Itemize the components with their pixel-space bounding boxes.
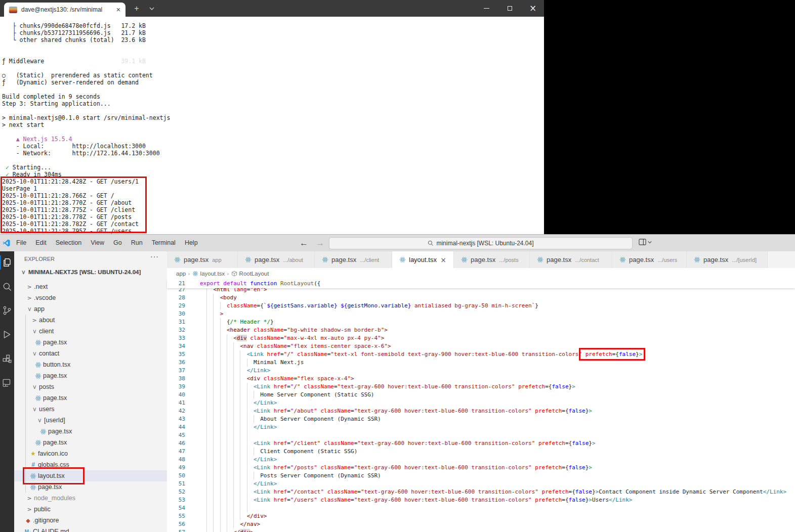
code-line-48[interactable]: 48 </Link>: [167, 456, 795, 464]
command-center-search[interactable]: minimal-nextjs [WSL: Ubuntu-24.04]: [329, 237, 633, 249]
terminal-line: └ other shared chunks (total) 23.6 kB: [2, 36, 170, 43]
explorer-item-page.tsx[interactable]: page.tsx: [14, 392, 167, 404]
menu-selection[interactable]: Selection: [51, 235, 86, 251]
remote-explorer-icon[interactable]: [2, 378, 12, 388]
code-line-53[interactable]: 53 <Link href="/users" className="text-g…: [167, 496, 795, 504]
explorer-item-contact[interactable]: >contact: [14, 348, 167, 359]
code-line-57[interactable]: 57 </div>: [167, 528, 795, 532]
explorer-item-app[interactable]: >app: [14, 303, 167, 315]
explorer-item-CLAUDE.md[interactable]: M↓CLAUDE.md: [14, 526, 167, 532]
explorer-item-.vscode[interactable]: >.vscode: [14, 292, 167, 303]
line-number: 41: [167, 399, 185, 407]
code-line-41[interactable]: 41 </Link>: [167, 399, 795, 407]
code-line-34[interactable]: 34 <nav className="flex items-center spa…: [167, 342, 795, 350]
code-line-35[interactable]: 35 <Link href="/" className="text-xl fon…: [167, 350, 795, 359]
code-line-32[interactable]: 32 <header className="bg-white shadow-sm…: [167, 326, 795, 334]
code-editor[interactable]: 27 <html lang="en">28 <body29 className=…: [167, 288, 795, 532]
source-control-icon[interactable]: [2, 305, 12, 316]
explorer-item-page.tsx[interactable]: page.tsx: [14, 370, 167, 381]
tab-page.tsx-posts[interactable]: page.tsx.../posts: [454, 251, 530, 268]
explorer-item-users[interactable]: >users: [14, 404, 167, 415]
code-line-39[interactable]: 39 <Link href="/" className="text-gray-6…: [167, 383, 795, 391]
explorer-item-page.tsx[interactable]: page.tsx: [14, 337, 167, 348]
code-line-55[interactable]: 55 </div>: [167, 512, 795, 520]
nav-forward-icon[interactable]: →: [316, 238, 324, 248]
code-line-50[interactable]: 50 Posts Server Component (Dynamic SSR): [167, 472, 795, 480]
explorer-item-favicon.ico[interactable]: ★favicon.ico: [14, 448, 167, 459]
menu-help[interactable]: Help: [180, 235, 202, 251]
annotation-terminal-logs: [1, 176, 147, 233]
code-line-33[interactable]: 33 <div className="max-w-4xl mx-auto px-…: [167, 334, 795, 342]
code-line-36[interactable]: 36 Minimal Next.js: [167, 359, 795, 367]
code-line-40[interactable]: 40 Home Server Component (Static SSG): [167, 391, 795, 399]
tab-page.tsx-contact[interactable]: page.tsx.../contact: [530, 251, 612, 268]
menu-file[interactable]: File: [12, 235, 31, 251]
run-debug-icon[interactable]: [2, 330, 12, 340]
terminal-tab-dropdown-icon[interactable]: [146, 0, 158, 17]
tab-page.tsx-app[interactable]: page.tsxapp: [167, 251, 238, 268]
code-line-27[interactable]: 27 <html lang="en">: [167, 288, 795, 294]
tab-page.tsx-client[interactable]: page.tsx.../client: [315, 251, 392, 268]
explorer-item-.next[interactable]: >.next: [14, 281, 167, 292]
code-line-28[interactable]: 28 <body: [167, 294, 795, 302]
explorer-icon[interactable]: [2, 257, 12, 268]
explorer-item-client[interactable]: >client: [14, 326, 167, 337]
code-line-51[interactable]: 51 </Link>: [167, 480, 795, 488]
customize-layout-icon[interactable]: [639, 238, 652, 246]
tab-page.tsx-about[interactable]: page.tsx.../about: [238, 251, 315, 268]
code-line-45[interactable]: 45: [167, 431, 795, 439]
explorer-item-about[interactable]: >about: [14, 315, 167, 326]
code-line-43[interactable]: 43 About Server Component (Dynamic SSR): [167, 415, 795, 423]
nav-back-icon[interactable]: ←: [300, 238, 308, 248]
menu-edit[interactable]: Edit: [31, 235, 51, 251]
explorer-item-page.tsx[interactable]: page.tsx: [14, 426, 167, 437]
explorer-item-.gitignore[interactable]: ◆.gitignore: [14, 515, 167, 526]
code-line-21[interactable]: 21export default function RootLayout({: [167, 279, 795, 288]
breadcrumb-item[interactable]: RootLayout: [239, 271, 269, 277]
menu-terminal[interactable]: Terminal: [147, 235, 180, 251]
code-line-46[interactable]: 46 <Link href="/client" className="text-…: [167, 439, 795, 448]
minimize-button[interactable]: [475, 0, 498, 17]
code-line-42[interactable]: 42 <Link href="/about" className="text-g…: [167, 407, 795, 415]
react-icon: [245, 256, 252, 263]
code-line-30[interactable]: 30 >: [167, 310, 795, 318]
code-line-38[interactable]: 38 <div className="flex space-x-4">: [167, 375, 795, 383]
explorer-item-posts[interactable]: >posts: [14, 381, 167, 392]
explorer-item-[userId][interactable]: >[userId]: [14, 415, 167, 426]
tab-close-icon[interactable]: ×: [440, 256, 446, 264]
code-line-47[interactable]: 47 Client Component (Static SSG): [167, 448, 795, 456]
close-button[interactable]: ×: [521, 0, 545, 17]
code-line-52[interactable]: 52 <Link href="/contact" className="text…: [167, 488, 795, 496]
code-line-54[interactable]: 54: [167, 504, 795, 512]
explorer-more-actions-icon[interactable]: ···: [150, 252, 159, 260]
file-label: page.tsx: [38, 483, 62, 491]
maximize-button[interactable]: [498, 0, 521, 17]
search-icon[interactable]: [2, 282, 12, 292]
code-line-37[interactable]: 37 </Link>: [167, 367, 795, 375]
tab-page.tsx-[userId][interactable]: page.tsx.../[userId]: [687, 251, 768, 268]
explorer-item-button.tsx[interactable]: button.tsx: [14, 359, 167, 370]
code-line-56[interactable]: 56 </nav>: [167, 520, 795, 528]
terminal-tab[interactable]: dave@nextjs130: /srv/minimal ×: [4, 3, 125, 17]
extensions-icon[interactable]: [2, 354, 12, 364]
code-line-49[interactable]: 49 <Link href="/posts" className="text-g…: [167, 464, 795, 472]
tab-layout.tsx[interactable]: layout.tsx×: [392, 251, 454, 268]
breadcrumb-item[interactable]: app: [176, 271, 186, 277]
explorer-item-node_modules[interactable]: >node_modules: [14, 493, 167, 504]
breadcrumb-item[interactable]: layout.tsx: [200, 271, 225, 277]
breadcrumb[interactable]: app›layout.tsx›RootLayout: [167, 268, 795, 279]
code-line-44[interactable]: 44 </Link>: [167, 423, 795, 431]
menu-go[interactable]: Go: [109, 235, 127, 251]
tab-page.tsx-users[interactable]: page.tsx.../users: [612, 251, 687, 268]
explorer-root-folder[interactable]: > MINIMAL-NEXTJS [WSL: UBUNTU-24.04]: [14, 267, 167, 278]
code-line-31[interactable]: 31 {/* Header */}: [167, 318, 795, 326]
menu-view[interactable]: View: [86, 235, 109, 251]
menu-run[interactable]: Run: [127, 235, 147, 251]
terminal-tab-close-icon[interactable]: ×: [116, 6, 120, 13]
chevron-icon: >: [20, 269, 27, 275]
explorer-item-public[interactable]: >public: [14, 504, 167, 515]
terminal-new-tab-button[interactable]: +: [130, 0, 144, 17]
explorer-item-page.tsx[interactable]: page.tsx: [14, 437, 167, 448]
code-line-29[interactable]: 29 className={`${geistSans.variable} ${g…: [167, 302, 795, 310]
tab-label: page.tsx: [255, 256, 279, 263]
